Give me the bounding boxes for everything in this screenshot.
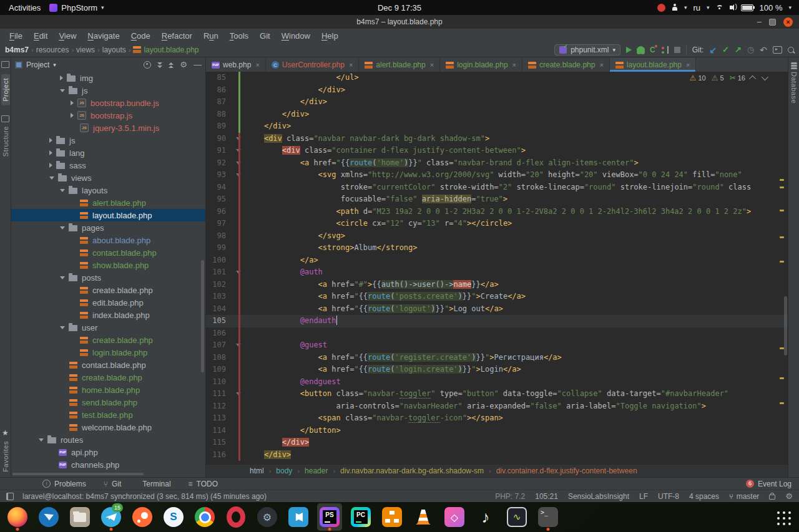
- tree-item-routes[interactable]: routes: [11, 433, 205, 446]
- project-view-title[interactable]: Project: [26, 60, 49, 69]
- code-line-104[interactable]: 104 <a href="{{route('logout')}}">Log ou…: [206, 303, 788, 316]
- rhythmbox-dock-icon[interactable]: ♪: [473, 503, 498, 531]
- maximize-button[interactable]: [769, 19, 776, 26]
- tab-create.blade.php[interactable]: create.blade.php×: [522, 58, 610, 72]
- breadcrumb-item[interactable]: resources: [36, 46, 69, 54]
- code-line-102[interactable]: 102 <a href="#">{{auth()->user()->name}}…: [206, 279, 788, 291]
- menu-help[interactable]: Help: [316, 31, 344, 41]
- close-button[interactable]: ×: [783, 17, 793, 27]
- tab-web.php[interactable]: PHPweb.php×: [206, 58, 266, 72]
- warning-stripe-mark[interactable]: [780, 402, 784, 404]
- notification-icon[interactable]: [657, 4, 665, 12]
- tree-toggle-icon[interactable]: [39, 438, 44, 442]
- tree-toggle-icon[interactable]: [49, 177, 54, 180]
- tree-item-bootstrap.js[interactable]: JSbootstrap.js: [11, 109, 205, 122]
- code-line-97[interactable]: 97 <circle cx="12" cy="13" r="4"></circl…: [206, 218, 788, 230]
- tree-toggle-icon[interactable]: [60, 276, 65, 279]
- tool-window-structure[interactable]: Structure: [2, 126, 9, 157]
- drawio-dock-icon[interactable]: [380, 503, 404, 531]
- breadcrumb-body[interactable]: body: [276, 467, 292, 475]
- breadcrumb-div[interactable]: div.navbar.navbar-dark.bg-dark.shadow-sm: [340, 467, 484, 475]
- minimize-button[interactable]: –: [757, 19, 762, 25]
- opera-dock-icon[interactable]: [223, 503, 248, 531]
- tree-item-index.blade.php[interactable]: index.blade.php: [11, 309, 205, 321]
- tool-window-button-problems[interactable]: !Problems: [42, 480, 86, 488]
- menu-git[interactable]: Git: [254, 31, 276, 41]
- tab-login.blade.php[interactable]: login.blade.php×: [440, 58, 522, 72]
- tree-item-alert.blade.php[interactable]: alert.blade.php: [11, 196, 205, 209]
- tree-toggle-icon[interactable]: [49, 150, 52, 155]
- warning-stripe-mark[interactable]: [780, 186, 784, 188]
- tree-item-api.php[interactable]: PHPapi.php: [11, 446, 205, 458]
- run-configuration-select[interactable]: phpunit.xml ▾: [554, 44, 620, 56]
- code-line-106[interactable]: 106: [206, 327, 788, 340]
- code-line-111[interactable]: 111 <button class="navbar-toggler" type=…: [206, 388, 788, 400]
- git-commit-button[interactable]: ✓: [722, 45, 729, 54]
- chevron-down-icon[interactable]: ▾: [53, 62, 56, 68]
- tree-item-lang[interactable]: lang: [11, 147, 205, 159]
- code-line-109[interactable]: 109 <a href="{{route('login.create')}}">…: [206, 364, 788, 376]
- menu-file[interactable]: File: [4, 31, 28, 41]
- breadcrumb-item[interactable]: views: [76, 46, 95, 54]
- tab-alert.blade.php[interactable]: alert.blade.php×: [359, 58, 440, 72]
- pycharm-dock-icon[interactable]: [348, 503, 373, 531]
- files-dock-icon[interactable]: [67, 503, 92, 531]
- tree-item-create.blade.php[interactable]: create.blade.php: [11, 334, 205, 346]
- close-icon[interactable]: ×: [512, 61, 516, 69]
- code-line-98[interactable]: 98 </svg>: [206, 230, 788, 243]
- app-menu[interactable]: PhpStorm ▾: [49, 3, 104, 12]
- tool-window-button-terminal[interactable]: Terminal: [139, 480, 170, 488]
- run-anything-button[interactable]: [773, 46, 782, 54]
- tree-toggle-icon[interactable]: [60, 326, 65, 329]
- activities-button[interactable]: Activities: [9, 3, 41, 12]
- tree-item-show.blade.php[interactable]: show.blade.php: [11, 259, 205, 271]
- code-line-93[interactable]: 93 <svg xmlns="http://www.w3.org/2000/sv…: [206, 169, 788, 181]
- volume-icon[interactable]: [730, 6, 732, 9]
- breadcrumb-header[interactable]: header: [305, 467, 328, 475]
- thunderbird-dock-icon[interactable]: [36, 503, 61, 531]
- close-icon[interactable]: ×: [255, 61, 259, 69]
- insight-status[interactable]: SensioLabsInsight: [568, 492, 629, 501]
- code-line-110[interactable]: 110 @endguest: [206, 376, 788, 389]
- tool-window-database[interactable]: Database: [790, 72, 798, 104]
- line-ending[interactable]: LF: [639, 492, 648, 501]
- chrome-dock-icon[interactable]: [192, 503, 217, 531]
- tool-window-project[interactable]: Project: [1, 74, 10, 105]
- event-log-button[interactable]: 6 Event Log: [746, 480, 792, 488]
- php-version[interactable]: PHP: 7.2: [495, 492, 525, 501]
- breadcrumb-item[interactable]: layouts: [102, 46, 126, 54]
- code-line-105[interactable]: 105 @endauth: [206, 315, 788, 327]
- tab-UserController.php[interactable]: CUserController.php×: [266, 58, 360, 72]
- code-line-88[interactable]: 88 </div>: [206, 109, 788, 121]
- tree-item-test.blade.php[interactable]: test.blade.php: [11, 409, 205, 421]
- breadcrumb-item[interactable]: b4ms7: [5, 46, 29, 54]
- code-line-87[interactable]: 87 </div>: [206, 96, 788, 109]
- code-line-103[interactable]: 103 <a href="{{route('posts.create')}}">…: [206, 291, 788, 303]
- tree-toggle-icon[interactable]: [60, 75, 63, 80]
- accessibility-icon[interactable]: [672, 4, 678, 11]
- tree-toggle-icon[interactable]: [60, 189, 65, 192]
- gear-icon[interactable]: ⚙: [785, 491, 793, 501]
- tree-item-jquery-3.5.1.min.js[interactable]: JSjquery-3.5.1.min.js: [11, 122, 205, 134]
- breadcrumb-file[interactable]: layout.blade.php: [133, 46, 199, 54]
- code-line-100[interactable]: 100 </a>: [206, 254, 788, 267]
- monitor-app-dock-icon[interactable]: ∿: [504, 503, 529, 531]
- tree-item-views[interactable]: views: [11, 172, 205, 184]
- tree-item-send.blade.php[interactable]: send.blade.php: [11, 396, 205, 409]
- code-line-113[interactable]: 113 <span class="navbar-toggler-icon"></…: [206, 412, 788, 425]
- tree-item-bootstrap.bundle.js[interactable]: JSbootstrap.bundle.js: [11, 97, 205, 109]
- tree-toggle-icon[interactable]: [49, 138, 52, 143]
- tree-item-user[interactable]: user: [11, 321, 205, 334]
- code-line-94[interactable]: 94 stroke="currentColor" stroke-width="2…: [206, 181, 788, 194]
- git-push-button[interactable]: ↗: [735, 45, 742, 54]
- editor-vertical-scrollbar[interactable]: [784, 296, 787, 355]
- tree-item-home.blade.php[interactable]: home.blade.php: [11, 384, 205, 396]
- toolwindow-toggle-icon[interactable]: [6, 493, 14, 500]
- close-icon[interactable]: ×: [686, 61, 690, 69]
- tree-item-pages[interactable]: pages: [11, 221, 205, 234]
- menu-tools[interactable]: Tools: [224, 31, 254, 41]
- code-line-114[interactable]: 114 </button>: [206, 425, 788, 437]
- postman-dock-icon[interactable]: [130, 503, 155, 531]
- code-line-99[interactable]: 99 <strong>Album</strong>: [206, 242, 788, 254]
- tree-item-welcome.blade.php[interactable]: welcome.blade.php: [11, 421, 205, 433]
